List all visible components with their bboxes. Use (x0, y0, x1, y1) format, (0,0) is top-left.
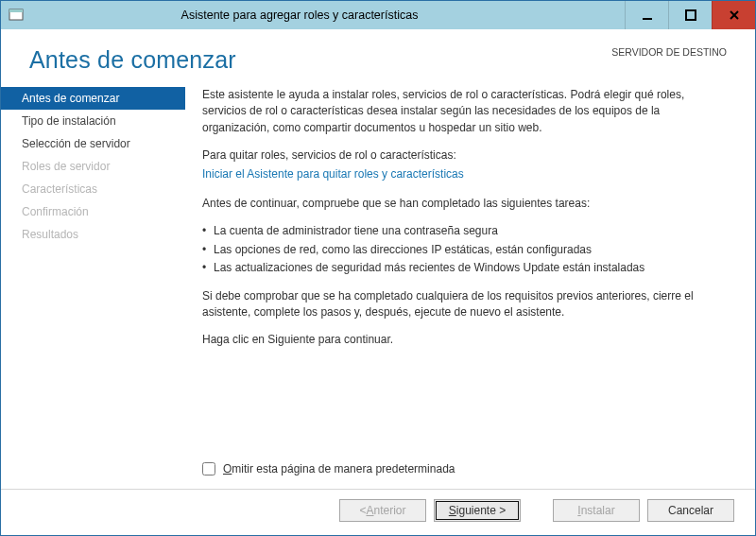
skip-page-row: Omitir esta página de manera predetermin… (202, 461, 455, 477)
install-button: Instalar (553, 499, 640, 522)
maximize-button[interactable] (668, 1, 712, 29)
window-title: Asistente para agregar roles y caracterí… (0, 9, 625, 22)
close-button[interactable] (712, 1, 755, 29)
wizard-steps-sidebar: Antes de comenzar Tipo de instalación Se… (1, 81, 185, 489)
svg-rect-2 (643, 18, 652, 20)
step-features: Características (1, 178, 185, 200)
precheck-item: La cuenta de administrador tiene una con… (202, 223, 729, 239)
step-before-you-begin[interactable]: Antes de comenzar (1, 87, 185, 110)
wizard-footer: < Anterior Siguiente > Instalar Cancelar (1, 489, 755, 535)
step-server-selection[interactable]: Selección de servidor (1, 132, 185, 155)
step-installation-type[interactable]: Tipo de instalación (1, 110, 185, 132)
dest-label: SERVIDOR DE DESTINO (611, 46, 727, 60)
remove-roles-label: Para quitar roles, servicios de rol o ca… (202, 147, 729, 164)
wizard-window: Asistente para agregar roles y caracterí… (0, 0, 756, 536)
minimize-button[interactable] (625, 1, 668, 29)
skip-page-label[interactable]: Omitir esta página de manera predetermin… (223, 461, 455, 477)
precheck-item: Las actualizaciones de seguridad más rec… (202, 260, 729, 276)
precheck-label: Antes de continuar, compruebe que se han… (202, 196, 729, 212)
page-title: Antes de comenzar (29, 46, 236, 74)
cancel-button[interactable]: Cancelar (647, 499, 734, 522)
titlebar: Asistente para agregar roles y caracterí… (1, 1, 755, 29)
skip-page-checkbox[interactable] (202, 462, 215, 475)
svg-rect-3 (686, 10, 696, 20)
step-confirmation: Confirmación (1, 200, 185, 223)
back-button: < Anterior (339, 499, 426, 522)
remove-roles-link[interactable]: Iniciar el Asistente para quitar roles y… (202, 167, 464, 181)
precheck-item: Las opciones de red, como las direccione… (202, 242, 729, 258)
step-server-roles: Roles de servidor (1, 155, 185, 178)
intro-text: Este asistente le ayuda a instalar roles… (202, 87, 729, 136)
step-results: Resultados (1, 223, 185, 246)
precheck-list: La cuenta de administrador tiene una con… (202, 223, 729, 276)
next-button[interactable]: Siguiente > (434, 499, 521, 522)
destination-server: SERVIDOR DE DESTINO (611, 46, 727, 60)
header: Antes de comenzar SERVIDOR DE DESTINO (1, 29, 755, 81)
proceed-text: Haga clic en Siguiente para continuar. (202, 332, 729, 348)
verify-text: Si debe comprobar que se ha completado c… (202, 288, 729, 321)
content-pane: Este asistente le ayuda a instalar roles… (185, 81, 755, 489)
